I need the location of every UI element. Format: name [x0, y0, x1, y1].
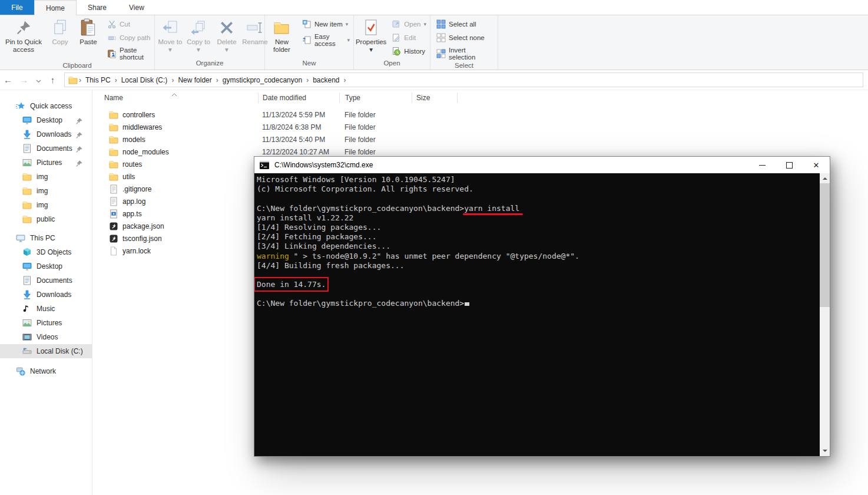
address-bar[interactable]: ›This PC›Local Disk (C:)›New folder›gyms… — [64, 72, 863, 87]
terminal-line — [257, 289, 820, 299]
new-item-button[interactable]: New item▾ — [302, 19, 350, 29]
sidebar-item-pictures[interactable]: Pictures — [0, 156, 92, 170]
download-icon — [22, 130, 32, 139]
sidebar-item-documents[interactable]: Documents — [0, 141, 92, 156]
breadcrumb-item[interactable]: Local Disk (C:) — [117, 76, 172, 84]
tab-file[interactable]: File — [0, 0, 34, 15]
terminal-text: [4/4] Building fresh packages... — [257, 261, 404, 270]
terminal-line — [257, 270, 820, 280]
cmd-window-title: C:\Windows\system32\cmd.exe — [274, 161, 373, 169]
terminal-text: [3/4] Linking dependencies... — [257, 242, 390, 250]
terminal-text: " > ts-node@10.9.2" has unmet peer depen… — [289, 252, 579, 260]
breadcrumb-item[interactable]: This PC — [81, 76, 115, 84]
sidebar-item-videos[interactable]: Videos — [0, 330, 92, 344]
scroll-up-icon[interactable] — [820, 173, 830, 183]
copy-path-button[interactable]: Copy path — [107, 33, 151, 42]
paste-button[interactable]: Paste — [74, 15, 102, 46]
back-button[interactable]: ← — [0, 75, 16, 85]
breadcrumb-item[interactable]: New folder — [174, 76, 216, 84]
sidebar-item-public[interactable]: public — [0, 212, 92, 226]
sidebar-item-network[interactable]: Network — [0, 364, 92, 378]
scrollbar-thumb[interactable] — [820, 183, 830, 307]
button-label: Pin to Quick access — [3, 38, 44, 54]
sidebar-item-music[interactable]: Music — [0, 302, 92, 316]
cmd-title-bar[interactable]: C:\Windows\system32\cmd.exe ✕ — [254, 157, 830, 173]
cmd-scrollbar[interactable] — [820, 173, 830, 456]
edit-button[interactable]: Edit — [392, 33, 426, 42]
sidebar-item-downloads[interactable]: Downloads — [0, 288, 92, 302]
ribbon-group-label: New — [265, 58, 353, 70]
sidebar-item-desktop[interactable]: Desktop — [0, 113, 92, 127]
copy-button[interactable]: Copy — [46, 15, 74, 46]
file-name: models — [122, 136, 145, 144]
column-header-date-modified[interactable]: Date modified — [258, 93, 339, 103]
terminal-line: C:\New folder\gymstickpro_codecanyon\bac… — [257, 299, 820, 308]
sidebar-item-local-disk-c[interactable]: Local Disk (C:) — [0, 344, 92, 358]
sidebar-item-this-pc[interactable]: This PC — [0, 231, 92, 245]
sidebar-item-img[interactable]: img — [0, 198, 92, 212]
sidebar-item-label: Videos — [37, 333, 58, 341]
tab-home[interactable]: Home — [34, 0, 77, 15]
select-none-icon — [436, 33, 446, 42]
jsonfile-icon — [109, 222, 118, 231]
easy-access-icon — [302, 35, 312, 45]
breadcrumb-item[interactable]: backend — [309, 76, 343, 84]
ribbon: Pin to Quick accessCopyPasteCutCopy path… — [0, 15, 868, 70]
tab-share[interactable]: Share — [77, 0, 118, 15]
pin-to-quick-access-button[interactable]: Pin to Quick access — [1, 15, 46, 54]
file-name: app.log — [122, 197, 145, 206]
file-row[interactable]: middlewares11/8/2024 6:38 PMFile folder — [93, 121, 868, 133]
recent-locations-chevron-icon[interactable] — [32, 75, 45, 85]
move-to-button[interactable]: Move to ▾ — [156, 15, 184, 54]
history-button[interactable]: History — [392, 47, 426, 56]
sidebar-item-label: This PC — [30, 234, 55, 242]
forward-button[interactable]: → — [16, 75, 32, 85]
button-label: Cut — [120, 21, 130, 28]
invert-selection-button[interactable]: Invert selection — [436, 47, 494, 61]
select-all-icon — [436, 19, 446, 29]
paste-shortcut-icon — [107, 49, 117, 58]
new-folder-button[interactable]: New folder — [266, 15, 297, 54]
scroll-down-icon[interactable] — [820, 446, 830, 456]
breadcrumb-item[interactable]: gymstickpro_codecanyon — [218, 76, 306, 84]
sidebar-item-3d-objects[interactable]: 3D Objects — [0, 245, 92, 259]
cmd-body: Microsoft Windows [Version 10.0.19045.52… — [254, 173, 830, 456]
ribbon-group-new: New folderNew item▾Easy access▾New — [265, 15, 354, 70]
minimize-button[interactable] — [748, 157, 776, 173]
maximize-button[interactable] — [776, 157, 803, 173]
up-button[interactable]: ↑ — [45, 75, 61, 85]
column-header-size[interactable]: Size — [412, 93, 457, 103]
disk-icon — [22, 346, 32, 356]
paste-shortcut-button[interactable]: Paste shortcut — [107, 47, 151, 61]
button-label: Rename — [242, 38, 267, 46]
properties-button[interactable]: Properties ▾ — [355, 15, 387, 54]
close-button[interactable]: ✕ — [803, 157, 830, 173]
folder-icon — [22, 172, 32, 182]
sidebar-item-documents[interactable]: Documents — [0, 273, 92, 288]
button-label: Copy path — [120, 34, 150, 41]
sidebar-item-desktop[interactable]: Desktop — [0, 259, 92, 273]
tab-view[interactable]: View — [118, 0, 155, 15]
sidebar-item-downloads[interactable]: Downloads — [0, 127, 92, 141]
delete-button[interactable]: Delete ▾ — [213, 15, 241, 54]
sidebar-item-img[interactable]: img — [0, 184, 92, 198]
delete-icon — [219, 16, 234, 38]
open-button[interactable]: Open▾ — [392, 19, 426, 29]
copy-to-button[interactable]: Copy to ▾ — [184, 15, 213, 54]
sidebar-item-label: img — [37, 201, 48, 209]
column-header-type[interactable]: Type — [339, 93, 412, 103]
file-name: package.json — [122, 222, 164, 230]
select-all-button[interactable]: Select all — [436, 19, 494, 29]
file-row[interactable]: models11/13/2024 5:40 PMFile folder — [93, 133, 868, 146]
breadcrumb-separator-icon: › — [344, 76, 346, 84]
sidebar-item-quick-access[interactable]: Quick access — [0, 99, 92, 113]
select-none-button[interactable]: Select none — [436, 33, 494, 42]
cut-button[interactable]: Cut — [107, 19, 151, 29]
file-row[interactable]: controllers11/13/2024 5:59 PMFile folder — [93, 108, 868, 121]
sidebar-item-img[interactable]: img — [0, 170, 92, 184]
console[interactable]: Microsoft Windows [Version 10.0.19045.52… — [254, 173, 820, 456]
sidebar-item-pictures[interactable]: Pictures — [0, 316, 92, 330]
pc-icon — [16, 233, 25, 243]
button-label: New folder — [268, 38, 296, 54]
easy-access-button[interactable]: Easy access▾ — [302, 33, 350, 47]
